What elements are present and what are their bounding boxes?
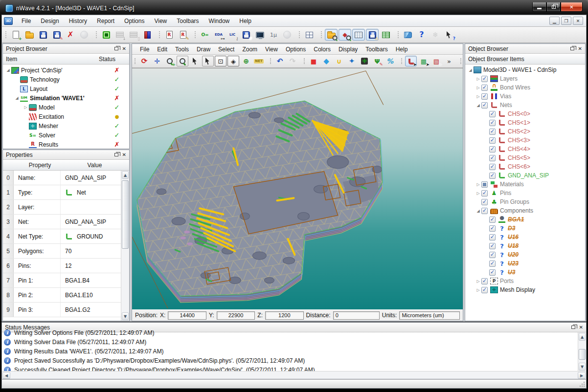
pick-component-icon[interactable]: ▧➤ (430, 56, 442, 66)
property-row-polygons[interactable]: 5Polygons:70 (3, 244, 121, 259)
units-icon[interactable]: 1µ (267, 29, 280, 41)
tree-item-d3[interactable]: D3 (465, 224, 585, 233)
mdi-restore-button[interactable]: ❐ (561, 17, 571, 25)
menu-item-history[interactable]: History (64, 16, 92, 26)
inactive-tool-icon[interactable] (78, 29, 90, 41)
expander-icon[interactable]: ▷ (475, 86, 481, 90)
messages-scrollbar[interactable]: ▲ ▼ (578, 332, 586, 371)
checkbox[interactable] (489, 269, 496, 276)
edit-net-icon[interactable]: Ψ✎ (371, 56, 383, 66)
origin-icon[interactable]: ⊕ (240, 56, 252, 66)
checkbox[interactable] (489, 225, 496, 232)
checkbox[interactable] (489, 243, 496, 249)
minimize-button[interactable] (532, 2, 546, 12)
tree-item-gnd-ana-sip[interactable]: GND_ANA_SIP (465, 171, 585, 180)
render-off-icon[interactable]: ❄ (429, 29, 442, 41)
property-row-pin-2[interactable]: 8Pin 2:BGA1.E10 (3, 288, 121, 303)
show-status-messages-icon[interactable]: ⚠ (366, 29, 379, 41)
tree-item-project-cdnsip[interactable]: ◢Project 'CdnSip'✗ (3, 65, 129, 75)
checkbox[interactable] (489, 155, 496, 161)
new-project-icon[interactable]: + (9, 29, 22, 41)
tree-item-components[interactable]: ◢Components (465, 206, 585, 215)
checkbox[interactable] (489, 252, 496, 258)
solver-options-icon[interactable]: O= (199, 29, 211, 41)
tree-item-model3d-wave1-cdnsip[interactable]: ◢Model3D - WAVE1 - CdnSip (465, 65, 585, 74)
checkbox[interactable] (481, 190, 488, 196)
checkbox[interactable] (489, 261, 496, 267)
checkbox[interactable] (489, 137, 496, 144)
column-value[interactable]: Value (63, 162, 126, 169)
tree-item-chs-6[interactable]: CHS<6> (465, 162, 585, 171)
tree-item-u18[interactable]: U18 (465, 241, 585, 250)
draw-compass-icon[interactable]: ✦ (346, 56, 358, 66)
tree-item-layers[interactable]: ▷Layers (465, 74, 585, 83)
tree-item-solver[interactable]: Solver✓ (3, 131, 129, 140)
viewer-menu-item-display[interactable]: Display (335, 44, 362, 54)
scroll-down-icon[interactable]: ▼ (579, 363, 586, 370)
close-panel-button[interactable]: ✕ (122, 152, 126, 157)
save-project-icon[interactable] (37, 29, 49, 41)
checkbox[interactable] (481, 278, 488, 284)
scroll-up-icon[interactable]: ▲ (579, 333, 586, 341)
zoom-in-icon[interactable]: + (164, 56, 176, 66)
float-panel-button[interactable] (571, 326, 575, 329)
tree-item-u3[interactable]: U3 (465, 268, 585, 277)
checkbox[interactable] (481, 93, 488, 100)
tree-item-results[interactable]: Results✗ (3, 140, 129, 149)
viewer-menu-item-toolbars[interactable]: Toolbars (362, 44, 391, 54)
expander-icon[interactable]: ◢ (475, 209, 481, 213)
tree-item-technology[interactable]: Technology✓ (3, 75, 129, 84)
scroll-thumb[interactable] (579, 349, 586, 360)
checkbox[interactable] (489, 217, 496, 223)
expander-icon[interactable]: ▷ (475, 182, 481, 187)
draw-rectangle-icon[interactable]: ■ (308, 56, 319, 66)
float-panel-button[interactable] (114, 47, 118, 50)
rotate-plane-icon[interactable]: ◈ (227, 56, 239, 66)
checkbox[interactable] (489, 234, 496, 240)
show-project-browser-icon[interactable] (325, 29, 338, 41)
float-panel-button[interactable] (114, 153, 118, 156)
expander-icon[interactable]: ◢ (14, 96, 20, 100)
tree-item-chs-0[interactable]: CHS<0> (465, 109, 585, 118)
column-item[interactable]: Item (6, 56, 99, 63)
tree-item-u16[interactable]: U16 (465, 233, 585, 241)
inactive-tool-icon-2[interactable] (281, 29, 294, 41)
more-pick-tools-chevron[interactable]: » (443, 56, 455, 66)
scroll-up-icon[interactable]: ▲ (122, 171, 129, 179)
close-button[interactable]: ✕ (561, 2, 583, 12)
save-project-as-icon[interactable]: ✎ (50, 29, 63, 41)
property-row-pin-1[interactable]: 7Pin 1:BGA1.B4 (3, 273, 121, 288)
export-layout-icon[interactable]: ▯ (127, 29, 140, 41)
net-tool-icon[interactable]: NET (253, 56, 265, 66)
viewer-menu-item-colors[interactable]: Colors (310, 44, 335, 54)
checkbox[interactable] (489, 120, 496, 126)
select-icon[interactable] (189, 56, 201, 66)
checkbox[interactable] (489, 129, 496, 135)
checkbox[interactable] (481, 76, 488, 82)
close-panel-button[interactable]: ✕ (578, 46, 582, 51)
expander-icon[interactable]: ▷ (475, 77, 481, 81)
checkbox[interactable] (481, 287, 488, 293)
checkbox[interactable] (489, 111, 496, 117)
undo-icon[interactable]: ↶ (274, 56, 286, 66)
draw-arc-icon[interactable]: ∪ (333, 56, 345, 66)
draw-polygon-icon[interactable]: ◆ (320, 56, 332, 66)
checkbox[interactable] (489, 164, 496, 170)
pick-polygon-icon[interactable]: ▩➤ (418, 56, 430, 66)
expander-icon[interactable]: ▷ (23, 105, 29, 109)
float-panel-button[interactable] (570, 47, 574, 50)
tree-item-simulation-wave1[interactable]: ◢Simulation 'WAVE1'✗ (3, 93, 129, 103)
tree-item-excitation[interactable]: Excitation● (3, 112, 129, 121)
restore-button[interactable] (546, 2, 561, 12)
scroll-right-icon[interactable]: ▶ (578, 372, 586, 379)
messages-hscrollbar[interactable]: ◀ ▶ (2, 371, 586, 379)
viewer-menu-item-help[interactable]: Help (392, 44, 412, 54)
property-row-pins[interactable]: 6Pins:12 (3, 259, 121, 273)
tree-item-bond-wires[interactable]: ▷Bond Wires (465, 83, 585, 92)
tree-item-pins[interactable]: ▷Pins (465, 189, 585, 197)
menu-item-report[interactable]: Report (92, 16, 119, 26)
viewer-menu-item-options[interactable]: Options (282, 44, 310, 54)
property-row-name[interactable]: 0Name:GND_ANA_SIP (3, 171, 121, 185)
tree-item-bga1[interactable]: BGA1 (465, 215, 585, 224)
property-row-type[interactable]: 1Type:Net (3, 185, 121, 200)
